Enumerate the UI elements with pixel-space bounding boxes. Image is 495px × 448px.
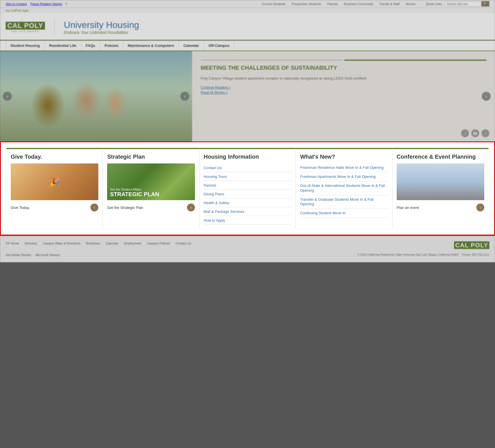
- footer-link-policies[interactable]: Campus Policies: [147, 242, 170, 245]
- give-today-arrow[interactable]: ›: [90, 204, 98, 211]
- hero-prev-button[interactable]: ‹: [3, 92, 12, 101]
- footer-link-maps[interactable]: Campus Maps & Directions: [43, 242, 81, 245]
- list-item: Continuing Student Move In: [300, 209, 388, 218]
- footer-link-calendar[interactable]: Calendar: [106, 242, 118, 245]
- whats-new-card: What's New? Freshman Residence Halls Mov…: [296, 148, 392, 229]
- strategic-plan-arrow[interactable]: ›: [187, 204, 195, 211]
- pause-count: ?: [66, 2, 67, 6]
- list-item: Dining Plans: [204, 190, 291, 198]
- give-today-card: Give Today. 🎉 Give Today. ›: [6, 148, 103, 229]
- give-today-emoji: 🎉: [49, 177, 60, 187]
- link-parents[interactable]: Parents: [204, 183, 216, 187]
- list-item: Freshman Residence Halls Move In & Fall …: [300, 163, 388, 172]
- footer-copyright: © 2013 California Polytechnic State Univ…: [357, 253, 489, 257]
- list-item: Freshman Apartments Move In & Fall Openi…: [300, 172, 388, 182]
- footer-logo-text: CAL POLY: [454, 241, 489, 249]
- hero-image: ‹ ›: [0, 51, 192, 141]
- link-health-safety[interactable]: Health & Safety: [204, 201, 229, 205]
- link-out-of-state[interactable]: Out-of-State & International Students Mo…: [300, 183, 388, 193]
- nav-maintenance[interactable]: Maintenance & Computers: [123, 41, 179, 51]
- give-today-image: 🎉: [11, 163, 98, 200]
- site-title: University Housing: [64, 20, 139, 30]
- hero-title: MEETING THE CHALLENGES OF SUSTAINABILITY: [201, 64, 487, 71]
- slide-indicator-1: [201, 60, 343, 61]
- strategic-plan-title: Strategic Plan: [107, 153, 195, 160]
- slide-indicators: [201, 60, 487, 61]
- pause-rotating[interactable]: Pause Rotating Stories: [30, 2, 62, 6]
- conference-footer: Plan an event: [397, 206, 419, 210]
- list-item: Transfer & Graduate Students Move In & F…: [300, 195, 388, 209]
- hero-read-all-link[interactable]: Read All Stories »: [201, 91, 487, 95]
- nav-faculty[interactable]: Faculty & Staff: [379, 2, 400, 6]
- footer-link-employment[interactable]: Employment: [124, 242, 141, 245]
- footer-microsoft[interactable]: Microsoft Viewers: [36, 253, 60, 257]
- hero-control-prev[interactable]: ‹: [461, 129, 469, 137]
- strategic-plan-image: Get the Student Affairs STRATEGIC PLAN: [107, 163, 195, 200]
- nav-faqs[interactable]: FAQs: [81, 41, 100, 51]
- footer-adobe[interactable]: Get Adobe Reader: [6, 253, 31, 257]
- link-contact-us[interactable]: Contact Us: [204, 166, 222, 170]
- nav-policies[interactable]: Policies: [100, 41, 123, 51]
- nav-off-campus[interactable]: Off-Campus: [204, 41, 234, 51]
- conference-arrow[interactable]: ›: [476, 204, 484, 211]
- search-input[interactable]: [445, 1, 481, 6]
- housing-info-card: Housing Information Contact Us Housing T…: [199, 148, 296, 229]
- whats-new-links: Freshman Residence Halls Move In & Fall …: [300, 163, 388, 218]
- hero-next-button[interactable]: ›: [180, 92, 189, 101]
- nav-parents[interactable]: Parents: [327, 2, 338, 6]
- list-item: Parents: [204, 181, 291, 190]
- footer-logo: CAL POLY: [454, 242, 489, 249]
- nav-student-housing[interactable]: Student Housing: [6, 41, 45, 51]
- nav-business[interactable]: Business Community: [344, 2, 373, 6]
- list-item: How to Apply: [204, 216, 291, 225]
- nav-prospective-students[interactable]: Prospective Students: [292, 2, 321, 6]
- search-button[interactable]: 🔍: [481, 1, 489, 6]
- strategic-plan-card: Strategic Plan Get the Student Affairs S…: [103, 148, 199, 229]
- footer-link-bookstore[interactable]: Bookstore: [86, 242, 100, 245]
- mycalpoly-login[interactable]: my CalPoly login: [6, 9, 29, 12]
- link-dining-plans[interactable]: Dining Plans: [204, 192, 224, 196]
- site-tagline: Embrace Your Unlimited Possibilities: [64, 30, 139, 35]
- list-item: Health & Safety: [204, 198, 291, 207]
- logo-text: CAL POLY: [6, 22, 45, 30]
- header-divider: [54, 19, 55, 36]
- hero-text: Poly Canyon Village student apartment co…: [201, 76, 487, 81]
- conference-title: Conference & Event Planning: [397, 153, 484, 160]
- hero-continue-link[interactable]: Continue Reading »: [201, 86, 487, 89]
- skip-to-content[interactable]: Skip to Content: [6, 2, 27, 6]
- hero-control-pause[interactable]: ▮▮: [471, 129, 479, 137]
- conference-card: Conference & Event Planning Plan an even…: [392, 148, 489, 229]
- nav-calendar[interactable]: Calendar: [179, 41, 204, 51]
- footer-link-cp-home[interactable]: CP Home: [6, 242, 19, 245]
- hero-control-next[interactable]: ›: [481, 129, 489, 137]
- quick-links-label: Quick Links: [426, 2, 442, 6]
- list-item: Out-of-State & International Students Mo…: [300, 182, 388, 195]
- nav-current-students[interactable]: Current Students: [262, 2, 285, 6]
- cal-poly-logo: CAL POLY SAN LUIS OBISPO: [6, 22, 45, 33]
- nav-alumni[interactable]: Alumni: [406, 2, 416, 6]
- link-mail-package[interactable]: Mail & Package Services: [204, 209, 244, 214]
- footer-links: CP Home Directory Campus Maps & Directio…: [6, 242, 191, 245]
- strategic-plan-footer: Get the Strategic Plan: [107, 206, 143, 210]
- footer-link-directory[interactable]: Directory: [25, 242, 37, 245]
- link-freshman-apartments[interactable]: Freshman Apartments Move In & Fall Openi…: [300, 174, 388, 179]
- list-item: Mail & Package Services: [204, 207, 291, 216]
- site-footer: CP Home Directory Campus Maps & Directio…: [0, 235, 495, 262]
- footer-link-contact[interactable]: Contact Us: [176, 242, 191, 245]
- hero-content-next[interactable]: ›: [482, 92, 491, 101]
- give-today-title: Give Today.: [11, 153, 98, 160]
- footer-secondary: Get Adobe Reader Microsoft Viewers: [6, 253, 60, 257]
- strategic-plan-small: Get the Student Affairs: [110, 188, 159, 191]
- give-today-footer: Give Today.: [11, 206, 30, 210]
- link-how-to-apply[interactable]: How to Apply: [204, 218, 225, 222]
- nav-residential-life[interactable]: Residential Life: [45, 41, 81, 51]
- link-housing-tours[interactable]: Housing Tours: [204, 174, 227, 179]
- widget-section: Give Today. 🎉 Give Today. › Strategic Pl…: [6, 148, 489, 229]
- link-freshman-halls[interactable]: Freshman Residence Halls Move In & Fall …: [300, 165, 388, 170]
- whats-new-title: What's New?: [300, 153, 388, 160]
- link-continuing-student[interactable]: Continuing Student Move In: [300, 211, 388, 216]
- link-transfer-graduate[interactable]: Transfer & Graduate Students Move In & F…: [300, 197, 388, 207]
- strategic-plan-big: STRATEGIC PLAN: [110, 191, 159, 197]
- list-item: Contact Us: [204, 163, 291, 172]
- list-item: Housing Tours: [204, 172, 291, 181]
